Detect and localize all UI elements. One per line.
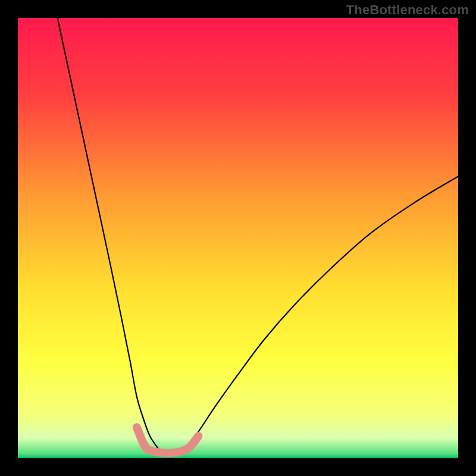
chart-frame: TheBottleneck.com: [0, 0, 476, 476]
attribution-label: TheBottleneck.com: [346, 2, 469, 18]
bottleneck-chart: [18, 18, 458, 458]
plot-background: [18, 18, 458, 458]
